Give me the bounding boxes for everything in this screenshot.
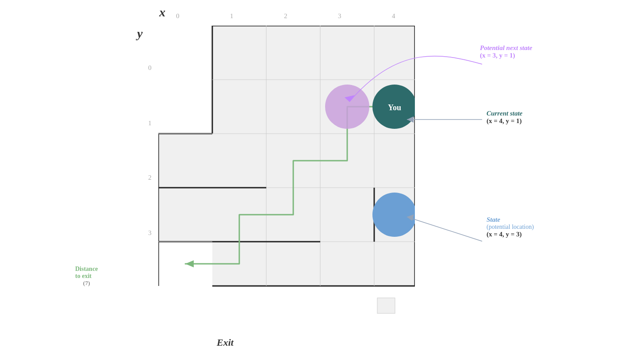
svg-point-42	[325, 85, 369, 129]
annotation-state-coords: (x = 4, y = 3)	[487, 231, 534, 238]
svg-marker-41	[185, 260, 194, 267]
svg-rect-13	[158, 188, 212, 242]
y-tick-1: 1	[148, 120, 152, 127]
svg-rect-2	[320, 26, 374, 80]
y-axis-label: y	[137, 27, 142, 41]
grid-svg: You	[158, 26, 415, 318]
annotation-potential-next-state: Potential next state (x = 3, y = 1)	[480, 44, 532, 59]
annotation-state-potential: State (potential location) (x = 4, y = 3…	[487, 216, 534, 238]
x-tick-2: 2	[284, 12, 288, 20]
distance-to-exit-value: (7)	[75, 280, 98, 287]
x-tick-3: 3	[338, 12, 341, 20]
annotation-state-subtitle: (potential location)	[487, 224, 534, 231]
svg-rect-16	[320, 188, 374, 242]
annotation-potential-next-state-title: Potential next state	[480, 44, 532, 52]
y-tick-3: 3	[148, 229, 152, 237]
svg-point-45	[372, 193, 415, 237]
annotation-current-state: Current state (x = 4, y = 1)	[487, 110, 522, 125]
svg-rect-12	[374, 134, 415, 188]
svg-rect-3	[374, 26, 415, 80]
y-tick-0: 0	[148, 64, 152, 72]
svg-rect-21	[374, 242, 415, 286]
annotation-potential-next-state-coords: (x = 3, y = 1)	[480, 52, 532, 59]
y-tick-2: 2	[148, 174, 152, 181]
exit-label: Exit	[217, 337, 234, 348]
distance-to-exit: Distance to exit (7)	[75, 266, 98, 287]
annotation-state-title: State	[487, 216, 534, 224]
svg-text:You: You	[388, 103, 401, 112]
distance-to-exit-title: Distance	[75, 266, 98, 273]
svg-rect-19	[266, 242, 320, 286]
distance-to-exit-title2: to exit	[75, 273, 98, 280]
svg-rect-5	[266, 80, 320, 134]
svg-rect-46	[377, 298, 395, 313]
svg-rect-8	[158, 134, 212, 188]
svg-rect-1	[266, 26, 320, 80]
x-tick-4: 4	[392, 12, 395, 20]
svg-rect-4	[212, 80, 266, 134]
svg-rect-9	[212, 134, 266, 188]
svg-rect-20	[320, 242, 374, 286]
svg-rect-0	[212, 26, 266, 80]
annotation-current-state-coords: (x = 4, y = 1)	[487, 117, 522, 125]
x-axis-label: x	[159, 5, 165, 19]
x-tick-1: 1	[230, 12, 234, 20]
annotation-current-state-title: Current state	[487, 110, 522, 117]
svg-line-50	[407, 217, 482, 241]
x-tick-0: 0	[176, 12, 180, 20]
